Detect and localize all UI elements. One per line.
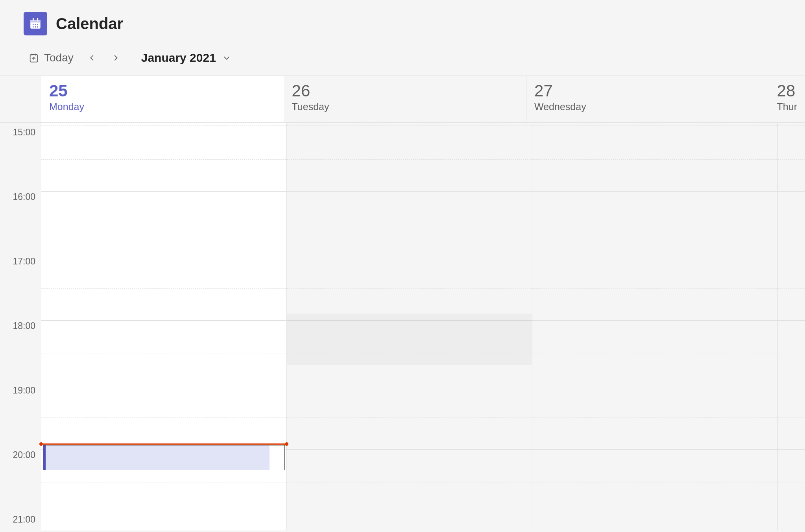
app-title: Calendar xyxy=(56,15,123,33)
svg-point-5 xyxy=(35,24,36,25)
hour-cell[interactable] xyxy=(287,450,532,514)
day-header-thursday[interactable]: 28 Thur xyxy=(769,76,805,122)
hour-cell[interactable] xyxy=(532,514,777,530)
hour-cell[interactable] xyxy=(532,450,777,514)
day-name: Monday xyxy=(49,101,276,113)
day-number: 27 xyxy=(534,81,761,100)
day-number: 25 xyxy=(49,81,276,100)
time-label: 16:00 xyxy=(0,192,41,256)
hour-cell[interactable] xyxy=(778,123,805,127)
hour-cell[interactable] xyxy=(532,127,777,192)
hour-cell[interactable] xyxy=(41,192,286,256)
hour-cell[interactable] xyxy=(41,127,286,192)
hour-cell[interactable] xyxy=(778,192,805,256)
hour-cell[interactable] xyxy=(287,192,532,256)
hour-cell[interactable] xyxy=(41,385,286,450)
svg-point-8 xyxy=(35,26,36,28)
hour-cell[interactable] xyxy=(287,123,532,127)
svg-rect-2 xyxy=(33,18,34,21)
hour-cell[interactable] xyxy=(532,321,777,385)
hour-cell[interactable] xyxy=(778,385,805,450)
day-name: Wednesday xyxy=(534,101,761,113)
hour-cell[interactable] xyxy=(41,321,286,385)
hour-cell[interactable] xyxy=(532,256,777,321)
time-label: 18:00 xyxy=(0,321,41,385)
day-name: Thur xyxy=(777,101,797,113)
hour-cell[interactable] xyxy=(778,127,805,192)
hour-cell[interactable] xyxy=(532,123,777,127)
busy-block xyxy=(287,314,532,365)
day-column-tuesday[interactable] xyxy=(286,123,532,530)
svg-rect-3 xyxy=(37,18,38,21)
month-picker[interactable]: January 2021 xyxy=(141,51,231,65)
hour-cell[interactable] xyxy=(41,256,286,321)
hour-cell[interactable] xyxy=(778,514,805,530)
time-label: 20:00 xyxy=(0,450,41,514)
svg-point-9 xyxy=(37,26,38,28)
calendar-grid: 25 Monday 26 Tuesday 27 Wednesday 28 Thu… xyxy=(0,76,805,530)
grid-body: 15:00 16:00 17:00 18:00 19:00 20:00 21:0… xyxy=(0,123,805,530)
next-button[interactable] xyxy=(106,48,126,68)
event-block[interactable] xyxy=(43,445,285,470)
day-header-wednesday[interactable]: 27 Wednesday xyxy=(526,76,769,122)
day-column-thursday[interactable] xyxy=(777,123,805,530)
svg-point-4 xyxy=(33,24,34,25)
hour-cell[interactable] xyxy=(287,127,532,192)
time-gutter-header xyxy=(0,76,41,122)
time-label: 17:00 xyxy=(0,256,41,321)
hour-cell[interactable] xyxy=(287,385,532,450)
today-label: Today xyxy=(44,52,74,64)
time-label: 21:00 xyxy=(0,514,41,530)
prev-button[interactable] xyxy=(82,48,102,68)
month-label: January 2021 xyxy=(141,51,216,65)
time-gutter: 15:00 16:00 17:00 18:00 19:00 20:00 21:0… xyxy=(0,123,41,530)
hour-cell[interactable] xyxy=(778,256,805,321)
day-column-wednesday[interactable] xyxy=(532,123,777,530)
hour-cell[interactable] xyxy=(532,385,777,450)
day-headers-row: 25 Monday 26 Tuesday 27 Wednesday 28 Thu… xyxy=(0,76,805,123)
day-number: 28 xyxy=(777,81,797,100)
today-icon xyxy=(28,52,39,63)
hour-cell[interactable] xyxy=(287,514,532,530)
today-button[interactable]: Today xyxy=(24,48,78,67)
chevron-down-icon xyxy=(222,54,231,62)
chevron-left-icon xyxy=(88,54,96,62)
svg-point-7 xyxy=(33,26,34,28)
day-name: Tuesday xyxy=(292,101,519,113)
hour-cell[interactable] xyxy=(778,450,805,514)
svg-rect-1 xyxy=(30,20,41,22)
calendar-app-icon xyxy=(24,12,47,35)
calendar-toolbar: Today January 2021 xyxy=(0,46,805,76)
day-number: 26 xyxy=(292,81,519,100)
time-label: 19:00 xyxy=(0,385,41,450)
day-header-monday[interactable]: 25 Monday xyxy=(41,76,284,122)
hour-cell[interactable] xyxy=(287,256,532,321)
day-header-tuesday[interactable]: 26 Tuesday xyxy=(284,76,526,122)
time-label: 15:00 xyxy=(0,127,41,192)
hour-cell[interactable] xyxy=(41,123,286,127)
hour-cell[interactable] xyxy=(41,514,286,530)
svg-point-6 xyxy=(37,24,38,25)
chevron-right-icon xyxy=(111,54,120,62)
day-column-monday[interactable] xyxy=(41,123,286,530)
hour-cell[interactable] xyxy=(532,192,777,256)
hour-cell[interactable] xyxy=(778,321,805,385)
app-header: Calendar xyxy=(0,0,805,46)
